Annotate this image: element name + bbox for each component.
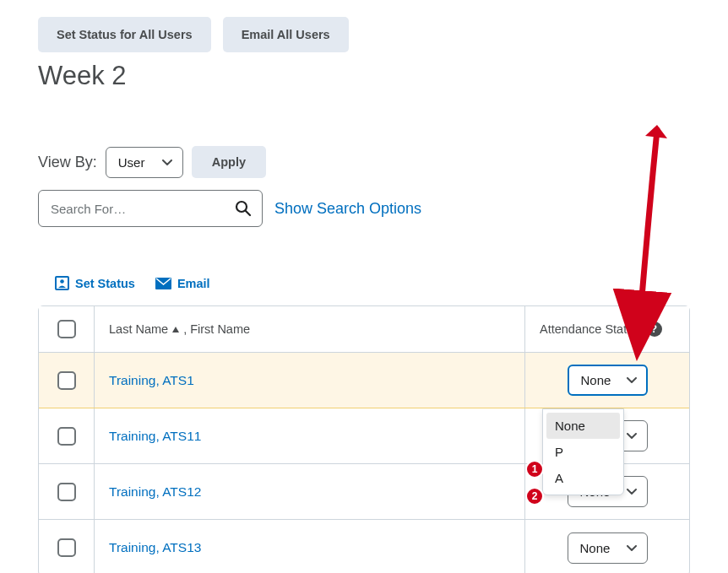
email-all-button[interactable]: Email All Users	[223, 17, 349, 52]
user-name-link[interactable]: Training, ATS11	[94, 408, 524, 463]
email-label: Email	[177, 277, 210, 290]
search-input[interactable]	[51, 202, 235, 216]
email-icon	[155, 278, 171, 289]
dropdown-option-p[interactable]: P	[546, 439, 620, 465]
column-header-name[interactable]: Last Name , First Name	[94, 306, 524, 352]
chevron-down-icon	[627, 433, 637, 439]
user-name-link[interactable]: Training, ATS12	[94, 464, 524, 519]
annotation-badge-1: 1	[525, 460, 544, 478]
svg-point-3	[60, 279, 64, 284]
user-name-link[interactable]: Training, ATS1	[94, 353, 524, 408]
search-icon[interactable]	[235, 200, 252, 217]
chevron-down-icon	[627, 489, 637, 495]
dropdown-option-a[interactable]: A	[546, 465, 620, 491]
svg-line-1	[246, 211, 250, 215]
user-frame-icon	[55, 276, 69, 290]
view-by-select[interactable]: User	[106, 147, 183, 178]
set-status-action[interactable]: Set Status	[55, 276, 135, 290]
search-input-container	[38, 190, 263, 227]
dropdown-option-none[interactable]: None	[546, 413, 620, 439]
view-by-selected: User	[118, 155, 145, 170]
show-search-options-link[interactable]: Show Search Options	[274, 200, 421, 218]
chevron-down-icon	[162, 159, 172, 165]
email-action[interactable]: Email	[155, 276, 210, 290]
page-title: Week 2	[38, 61, 690, 91]
svg-point-0	[236, 202, 247, 212]
select-all-checkbox[interactable]	[57, 320, 76, 338]
sort-asc-icon	[171, 326, 180, 333]
row-checkbox[interactable]	[57, 538, 76, 557]
row-checkbox[interactable]	[57, 483, 76, 501]
help-icon[interactable]: ?	[647, 322, 662, 337]
annotation-badge-2: 2	[525, 487, 544, 505]
row-checkbox[interactable]	[57, 427, 76, 446]
user-name-link[interactable]: Training, ATS13	[94, 520, 524, 573]
attendance-table: Last Name , First Name Attendance Status…	[38, 305, 690, 573]
apply-button[interactable]: Apply	[192, 146, 266, 178]
status-dropdown-panel: None P A	[542, 408, 624, 495]
set-status-all-button[interactable]: Set Status for All Users	[38, 17, 211, 52]
set-status-label: Set Status	[75, 277, 135, 290]
column-header-status: Attendance Status ?	[524, 306, 689, 352]
table-row: Training, ATS1 None None P A 1 2	[39, 353, 689, 408]
attendance-status-select[interactable]: None	[568, 365, 648, 396]
row-checkbox[interactable]	[57, 371, 76, 390]
table-header: Last Name , First Name Attendance Status…	[39, 306, 689, 353]
chevron-down-icon	[627, 377, 637, 383]
table-row: Training, ATS13 None	[39, 520, 689, 573]
view-by-label: View By:	[38, 154, 97, 171]
attendance-status-select[interactable]: None	[568, 532, 648, 564]
chevron-down-icon	[627, 545, 637, 551]
